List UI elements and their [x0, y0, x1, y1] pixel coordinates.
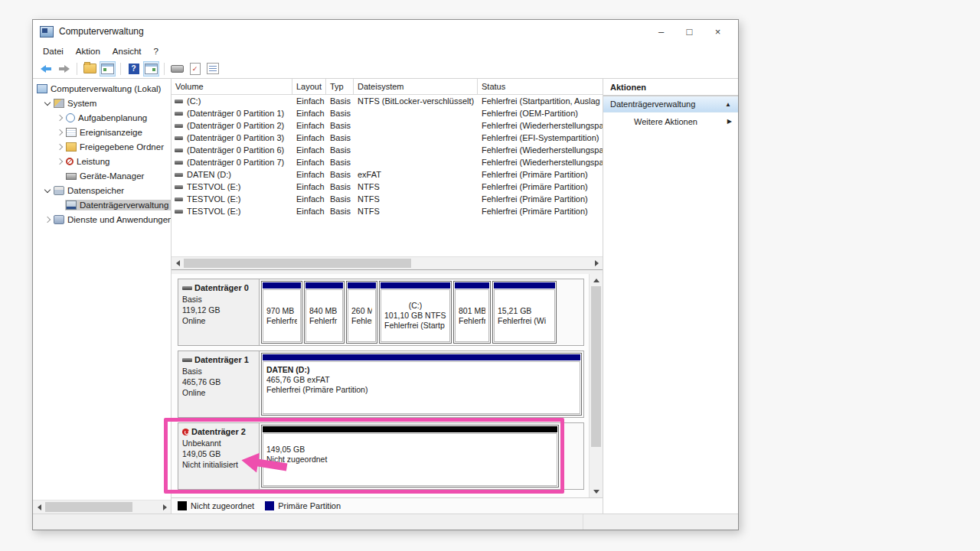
- tree-item-freigegebene-ordner[interactable]: Freigegebene Ordner: [33, 139, 171, 154]
- volume-row[interactable]: (Datenträger 0 Partition 2) Einfach Basi…: [172, 119, 603, 132]
- column-header-status[interactable]: Status: [478, 79, 603, 94]
- tree-item-label: Freigegebene Ordner: [80, 142, 164, 152]
- volume-name: (Datenträger 0 Partition 7): [187, 158, 284, 167]
- partition-d-drive[interactable]: DATEN (D:) 465,76 GB exFAT Fehlerfrei (P…: [261, 353, 582, 416]
- scroll-track[interactable]: [184, 257, 590, 269]
- scroll-right-button[interactable]: [590, 257, 603, 269]
- tree-item-datentraegerverwaltung[interactable]: Datenträgerverwaltung: [33, 197, 171, 212]
- scroll-right-button[interactable]: [158, 500, 171, 514]
- action-pane-icon[interactable]: [143, 61, 159, 77]
- volume-row[interactable]: (Datenträger 0 Partition 7) Einfach Basi…: [172, 156, 603, 168]
- minimize-button[interactable]: –: [647, 20, 675, 43]
- volume-row[interactable]: (Datenträger 0 Partition 6) Einfach Basi…: [172, 144, 603, 156]
- chevron-right-icon[interactable]: [54, 116, 65, 120]
- column-header-typ[interactable]: Typ: [326, 79, 354, 94]
- disk-size: 149,05 GB: [182, 448, 255, 459]
- disk-icon: [175, 161, 183, 165]
- column-header-dateisystem[interactable]: Dateisystem: [354, 79, 478, 94]
- tree-item-dienste-und-anwendungen[interactable]: Dienste und Anwendungen: [33, 212, 171, 227]
- volume-name: (Datenträger 0 Partition 2): [187, 121, 284, 130]
- scroll-thumb[interactable]: [45, 502, 132, 512]
- back-icon[interactable]: [38, 61, 54, 77]
- partition[interactable]: 260 M Fehler: [346, 281, 377, 344]
- menu-item-hilfe[interactable]: ?: [148, 45, 165, 57]
- volume-row[interactable]: (Datenträger 0 Partition 3) Einfach Basi…: [172, 132, 603, 144]
- chevron-right-icon[interactable]: [41, 217, 53, 222]
- disk-label[interactable]: Datenträger 1 Basis 465,76 GB Online: [178, 351, 260, 417]
- volume-row[interactable]: TESTVOL (E:) Einfach Basis NTFS Fehlerfr…: [172, 181, 603, 193]
- scroll-down-button[interactable]: [590, 485, 603, 497]
- scroll-left-button[interactable]: [172, 257, 184, 269]
- disk-kind: Basis: [182, 294, 255, 305]
- actions-item-weitere-aktionen[interactable]: Weitere Aktionen ▶: [603, 112, 738, 130]
- volume-row[interactable]: (C:) Einfach Basis NTFS (BitLocker-versc…: [172, 95, 603, 107]
- partition-size: 465,76 GB exFAT: [266, 375, 577, 385]
- main-content: Computerverwaltung (Lokal) System Aufgab…: [33, 79, 738, 514]
- tree-item-geraete-manager[interactable]: Geräte-Manager: [33, 168, 171, 183]
- partition-unallocated[interactable]: 149,05 GB Nicht zugeordnet: [261, 425, 559, 487]
- scroll-left-button[interactable]: [33, 500, 45, 514]
- disk-name: Datenträger 0: [194, 282, 249, 293]
- volume-row[interactable]: DATEN (D:) Einfach Basis exFAT Fehlerfre…: [172, 168, 603, 181]
- properties-icon[interactable]: [204, 61, 220, 77]
- tree-item-ereignisanzeige[interactable]: Ereignisanzeige: [33, 125, 171, 139]
- disk-status: Online: [182, 387, 255, 398]
- partition-c-drive[interactable]: (C:) 101,10 GB NTFS Fehlerfrei (Startp: [379, 281, 452, 344]
- checklist-icon[interactable]: ✓: [187, 61, 203, 77]
- computer-icon: [37, 84, 47, 93]
- tree-horizontal-scrollbar[interactable]: [33, 500, 171, 514]
- forward-icon[interactable]: [56, 61, 72, 77]
- help-icon[interactable]: ?: [126, 61, 142, 77]
- tree-item-computerverwaltung[interactable]: Computerverwaltung (Lokal): [33, 81, 171, 96]
- close-button[interactable]: ×: [704, 20, 732, 43]
- graph-vertical-scrollbar[interactable]: [589, 274, 603, 497]
- chevron-right-icon[interactable]: [54, 145, 65, 149]
- scroll-thumb[interactable]: [591, 286, 601, 447]
- scroll-thumb[interactable]: [184, 259, 411, 268]
- chevron-right-icon[interactable]: [54, 130, 65, 135]
- maximize-button[interactable]: □: [675, 20, 704, 43]
- volume-row[interactable]: (Datenträger 0 Partition 1) Einfach Basi…: [172, 107, 603, 119]
- disk-status: Online: [182, 315, 255, 326]
- performance-icon: [66, 158, 74, 165]
- chevron-right-icon[interactable]: [54, 159, 65, 164]
- tree-item-system[interactable]: System: [33, 96, 171, 110]
- volume-list-horizontal-scrollbar[interactable]: [172, 256, 603, 270]
- computer-management-window: Computerverwaltung – □ × Datei Aktion An…: [32, 19, 739, 530]
- tree-item-aufgabenplanung[interactable]: Aufgabenplanung: [33, 110, 171, 125]
- titlebar[interactable]: Computerverwaltung – □ ×: [33, 20, 738, 43]
- disk-label[interactable]: Datenträger 0 Basis 119,12 GB Online: [178, 279, 260, 345]
- tree-item-leistung[interactable]: Leistung: [33, 154, 171, 168]
- menu-item-ansicht[interactable]: Ansicht: [106, 45, 148, 57]
- column-header-layout[interactable]: Layout: [292, 79, 326, 94]
- folder-icon[interactable]: [82, 61, 98, 77]
- window-title: Computerverwaltung: [59, 26, 144, 37]
- partition[interactable]: 970 MB Fehlerfre: [261, 281, 302, 344]
- collapse-icon[interactable]: ▲: [725, 101, 731, 108]
- console-tree-icon[interactable]: [100, 61, 116, 77]
- menu-item-datei[interactable]: Datei: [37, 45, 70, 57]
- tree-item-label: Ereignisanzeige: [80, 128, 142, 137]
- legend-swatch-black: [178, 501, 187, 510]
- volume-typ: Basis: [326, 182, 354, 191]
- tree-item-label: Aufgabenplanung: [78, 113, 147, 122]
- volume-status: Fehlerfrei (Primäre Partition): [478, 194, 603, 204]
- scroll-up-button[interactable]: [590, 274, 603, 286]
- chevron-down-icon[interactable]: [41, 189, 53, 192]
- tree-item-datenspeicher[interactable]: Datenspeicher: [33, 183, 171, 197]
- column-header-volume[interactable]: Volume: [172, 79, 292, 94]
- toolbar-separator: [164, 63, 165, 75]
- device-icon[interactable]: [169, 61, 185, 77]
- partition[interactable]: 15,21 GB Fehlerfrei (Wi: [492, 281, 557, 344]
- disk-label[interactable]: Datenträger 2 Unbekannt 149,05 GB Nicht …: [178, 423, 260, 489]
- scroll-track[interactable]: [590, 286, 603, 485]
- partition[interactable]: 801 MB Fehlerfr: [453, 281, 491, 344]
- menu-item-aktion[interactable]: Aktion: [70, 45, 106, 57]
- partition[interactable]: 840 MB Fehlerfr: [304, 281, 345, 344]
- scroll-track[interactable]: [45, 500, 158, 514]
- volume-row[interactable]: TESTVOL (E:) Einfach Basis NTFS Fehlerfr…: [172, 205, 603, 217]
- actions-group-datentraegerverwaltung[interactable]: Datenträgerverwaltung ▲: [603, 96, 738, 112]
- chevron-down-icon[interactable]: [41, 102, 53, 105]
- volume-layout: Einfach: [292, 182, 326, 191]
- volume-row[interactable]: TESTVOL (E:) Einfach Basis NTFS Fehlerfr…: [172, 193, 603, 205]
